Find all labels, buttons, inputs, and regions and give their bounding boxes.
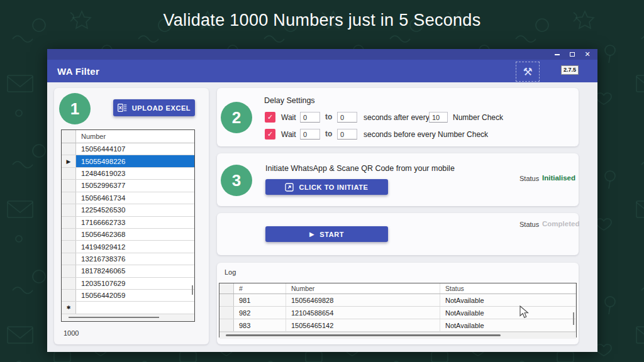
tools-button[interactable]: ⚒ (516, 62, 540, 82)
log-vscrollbar[interactable] (573, 312, 574, 325)
step-2-badge: 2 (221, 102, 252, 133)
numbers-table-hscrollbar[interactable] (62, 314, 194, 321)
new-row-marker-icon: ✱ (62, 302, 76, 313)
upload-card: 1 X UPLOAD EXCEL Number 15056444107 ▶150… (54, 88, 209, 344)
numbers-column-header: Number (76, 130, 194, 143)
checkbox-wait-before[interactable]: ✓ (265, 129, 275, 140)
new-row[interactable]: ✱ (62, 302, 194, 314)
number-row[interactable]: 12254526530 (62, 204, 194, 216)
excel-icon: X (118, 104, 127, 112)
launch-icon (285, 183, 294, 192)
close-icon[interactable]: ✕ (584, 51, 591, 58)
number-check-label: Number Check (453, 113, 503, 122)
log-col-status: Status (440, 283, 576, 293)
log-row[interactable]: 983 15056465142 NotAvailable (219, 319, 576, 332)
log-title: Log (225, 268, 236, 276)
log-hscrollbar[interactable] (219, 332, 576, 339)
upload-excel-label: UPLOAD EXCEL (132, 104, 191, 112)
wait-label: Wait (281, 130, 296, 139)
row-pointer-icon: ▶ (62, 155, 76, 167)
upload-excel-button[interactable]: X UPLOAD EXCEL (113, 99, 195, 116)
click-to-initiate-button[interactable]: CLICK TO INITIATE (265, 179, 388, 195)
delay-row-before: ✓ Wait to seconds before every Number Ch… (265, 129, 567, 140)
start-card: ▶ START Status Completed (217, 213, 579, 255)
log-table-header: # Number Status (219, 283, 576, 294)
log-card: Log # Number Status 981 15056469828 NotA… (217, 263, 579, 344)
number-row[interactable]: 13216738376 (62, 253, 194, 265)
play-icon: ▶ (309, 231, 314, 238)
start-label: START (319, 231, 344, 238)
wait-before-to-input[interactable] (337, 129, 357, 140)
number-row[interactable]: 14194929412 (62, 241, 194, 253)
numbers-table-header: Number (62, 130, 194, 143)
tools-icon: ⚒ (523, 65, 532, 79)
to-label: to (325, 129, 332, 138)
title-bar: WA Filter ⚒ 2.7.5 (47, 60, 597, 82)
step-3-badge: 3 (221, 165, 252, 196)
delay-row-after: ✓ Wait to seconds after every Number Che… (265, 112, 567, 123)
app-title: WA Filter (57, 66, 99, 77)
log-col-id: # (234, 283, 286, 293)
log-col-number: Number (286, 283, 440, 293)
log-row[interactable]: 981 15056469828 NotAvailable (219, 294, 576, 307)
numbers-table[interactable]: Number 15056444107 ▶15055498226 12484619… (61, 129, 195, 322)
svg-text:X: X (119, 105, 123, 111)
start-status-value: Completed (542, 220, 579, 228)
delay-settings-title: Delay Settings (264, 96, 315, 105)
to-label: to (325, 112, 332, 121)
app-window: ✕ WA Filter ⚒ 2.7.5 1 X UPLOAD EXCEL (47, 49, 597, 352)
wait-after-to-input[interactable] (337, 112, 357, 123)
minimize-icon[interactable] (553, 51, 561, 58)
window-strip: ✕ (47, 49, 597, 60)
status-label: Status (519, 221, 539, 228)
click-to-initiate-label: CLICK TO INITIATE (299, 184, 368, 191)
number-row[interactable]: 15056462368 (62, 229, 194, 241)
number-row[interactable]: 15056461734 (62, 192, 194, 204)
initiate-instruction: Initiate WhatsApp & Scane QR Code from y… (265, 164, 455, 173)
numbers-table-vscrollbar[interactable] (192, 285, 193, 295)
number-row[interactable]: 12484619023 (62, 168, 194, 180)
hscroll-thumb[interactable] (69, 317, 159, 318)
status-label: Status (519, 175, 539, 182)
mouse-cursor (519, 305, 530, 319)
start-button[interactable]: ▶ START (265, 226, 388, 242)
maximize-icon[interactable] (569, 51, 576, 58)
initiate-card: 3 Initiate WhatsApp & Scane QR Code from… (217, 153, 579, 206)
seconds-before-label: seconds before every Number Check (364, 130, 488, 139)
number-row[interactable]: 15052996377 (62, 180, 194, 192)
wait-label: Wait (281, 113, 296, 122)
initiate-status-value: Initialised (542, 174, 575, 182)
every-count-input[interactable] (429, 112, 448, 123)
number-row[interactable]: 17166662733 (62, 217, 194, 229)
checkbox-wait-after[interactable]: ✓ (265, 112, 275, 123)
wait-after-from-input[interactable] (300, 112, 320, 123)
delay-settings-card: 2 Delay Settings ✓ Wait to seconds after… (217, 88, 579, 146)
log-hscroll-thumb[interactable] (226, 334, 501, 336)
step-1-badge: 1 (59, 93, 91, 124)
row-count-label: 1000 (64, 329, 79, 337)
wait-before-from-input[interactable] (300, 129, 320, 140)
number-row[interactable]: 12035107629 (62, 278, 194, 290)
number-row[interactable]: 18178246065 (62, 265, 194, 277)
number-row-selected[interactable]: ▶15055498226 (62, 155, 194, 167)
version-badge: 2.7.5 (561, 65, 579, 75)
number-row[interactable]: 15056442059 (62, 290, 194, 302)
number-row[interactable]: 15056444107 (62, 143, 194, 155)
page-title: Validate 1000 Numbers just in 5 Seconds (0, 11, 644, 30)
seconds-after-label: seconds after every (364, 113, 430, 122)
